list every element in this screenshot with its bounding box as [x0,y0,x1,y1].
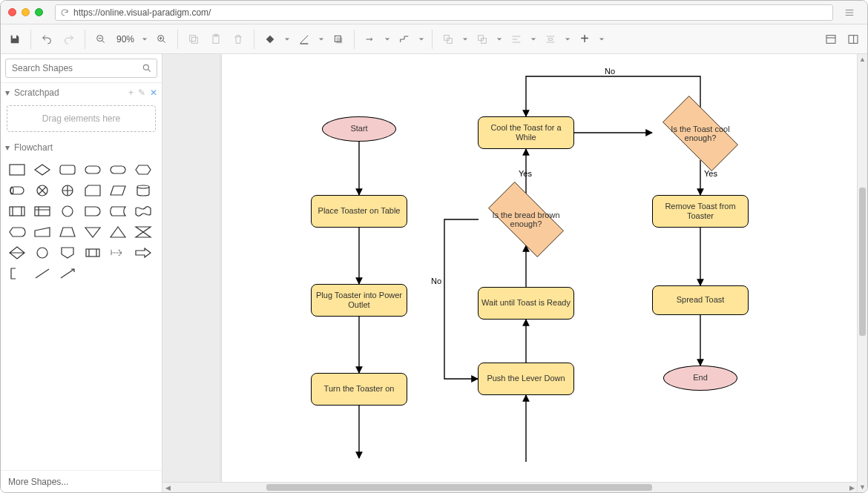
node-push-lever[interactable]: Push the Lever Down [478,363,574,395]
insert-dropdown[interactable] [597,36,606,42]
scratchpad-dropzone[interactable]: Drag elements here [7,105,156,132]
zoom-in-button[interactable] [152,30,171,49]
vscroll-thumb[interactable] [859,188,866,336]
shape-rectangle[interactable] [7,162,27,178]
shape-display[interactable] [7,224,27,240]
fill-color-button[interactable] [260,30,280,49]
shape-circle[interactable] [57,203,78,219]
shape-cylinder-h[interactable] [7,182,27,199]
to-back-button[interactable] [473,30,492,49]
shape-offpage-connector[interactable] [57,245,78,261]
align-button[interactable] [507,30,526,49]
shape-hexagon[interactable] [133,162,154,178]
insert-button[interactable]: + [575,30,594,49]
line-color-dropdown[interactable] [317,36,326,42]
node-wait-ready[interactable]: Wait until Toast is Ready [478,287,574,320]
shape-circle-x[interactable] [32,182,53,199]
shape-delay[interactable] [82,203,103,219]
undo-button[interactable] [37,30,56,49]
shape-transfer[interactable] [108,245,128,261]
minimize-window-icon[interactable] [22,8,30,16]
waypoint-button[interactable] [395,30,414,49]
distribute-dropdown[interactable] [563,36,572,42]
scroll-left-icon[interactable]: ◀ [162,483,173,492]
node-spread-toast[interactable]: Spread Toast [652,285,749,315]
shape-cylinder-v[interactable] [133,182,154,199]
shape-extract[interactable] [108,224,128,240]
scratchpad-header[interactable]: ▾ Scratchpad + ✎ ✕ [1,83,162,102]
node-end[interactable]: End [663,365,737,391]
distribute-button[interactable] [541,30,560,49]
more-shapes-button[interactable]: More Shapes... [1,470,162,492]
format-panel-toggle[interactable] [821,30,841,49]
redo-button[interactable] [59,30,79,49]
delete-button[interactable] [228,30,248,49]
save-button[interactable] [5,30,24,49]
shape-connector[interactable] [32,245,53,261]
outline-panel-toggle[interactable] [844,30,863,49]
copy-button[interactable] [184,30,203,49]
scratchpad-add-icon[interactable]: + [128,87,134,98]
connector-style-dropdown[interactable] [383,36,392,42]
canvas-scroll[interactable]: Yes No No Yes Start Place Toaster on Tab… [162,54,857,482]
paste-button[interactable] [206,30,226,49]
node-toast-cool[interactable]: Is the Toast cool enough? [652,107,749,159]
waypoint-dropdown[interactable] [417,36,426,42]
node-start[interactable]: Start [322,116,396,142]
search-shapes-input[interactable] [5,59,157,78]
menu-button[interactable] [839,4,860,21]
hscroll-thumb[interactable] [266,484,652,491]
url-bar[interactable]: https://online.visual-paradigm.com/ [55,4,833,21]
to-back-dropdown[interactable] [495,36,504,42]
scroll-right-icon[interactable]: ▶ [846,483,857,492]
node-remove-toast[interactable]: Remove Toast from Toaster [652,195,749,228]
shadow-button[interactable] [329,30,348,49]
shape-sort[interactable] [7,245,27,261]
horizontal-scrollbar[interactable]: ◀ ▶ [162,482,857,492]
shape-parallelogram[interactable] [108,182,128,199]
line-color-button[interactable] [295,30,314,49]
search-shapes-field[interactable] [10,62,142,74]
flowchart-header[interactable]: ▾ Flowchart [1,138,162,157]
shape-loop-limit[interactable] [82,245,103,261]
shape-line-arrow[interactable] [57,265,78,282]
zoom-out-button[interactable] [91,30,111,49]
maximize-window-icon[interactable] [35,8,43,16]
vertical-scrollbar[interactable]: ▲ ▼ [857,54,867,492]
shape-annotation[interactable] [7,265,27,282]
close-window-icon[interactable] [8,8,16,16]
align-dropdown[interactable] [529,36,538,42]
scroll-up-icon[interactable]: ▲ [858,54,867,64]
shape-stored-data[interactable] [108,203,128,219]
to-front-button[interactable] [438,30,458,49]
node-cool-toast[interactable]: Cool the Toast for a While [478,116,574,149]
shape-manual-input[interactable] [32,224,53,240]
node-bread-brown[interactable]: Is the bread brown enough? [478,193,574,245]
shape-trapezoid[interactable] [57,224,78,240]
scratchpad-close-icon[interactable]: ✕ [150,87,157,98]
scroll-down-icon[interactable]: ▼ [858,482,867,492]
shape-internal-storage[interactable] [32,203,53,219]
node-plug-toaster[interactable]: Plug Toaster into Power Outlet [311,284,407,317]
zoom-level[interactable]: 90% [114,34,137,44]
connector-style-button[interactable] [361,30,380,49]
node-place-toaster[interactable]: Place Toaster on Table [311,195,407,228]
scratchpad-edit-icon[interactable]: ✎ [138,87,145,98]
shape-rounded-rect[interactable] [57,162,78,178]
to-front-dropdown[interactable] [461,36,470,42]
shape-terminator[interactable] [82,162,103,178]
shape-arrow-right[interactable] [133,245,154,261]
shape-circle-plus[interactable] [57,182,78,199]
shape-diamond[interactable] [32,162,53,178]
shape-line[interactable] [32,265,53,282]
shape-pill[interactable] [108,162,128,178]
shape-collate[interactable] [133,224,154,240]
shape-card[interactable] [82,182,103,199]
zoom-dropdown[interactable] [140,36,149,42]
shape-merge[interactable] [82,224,103,240]
shape-predefined-process[interactable] [7,203,27,219]
shape-tape[interactable] [133,203,154,219]
fill-color-dropdown[interactable] [283,36,292,42]
diagram-page[interactable]: Yes No No Yes Start Place Toaster on Tab… [222,54,857,482]
reload-icon[interactable] [60,8,69,17]
